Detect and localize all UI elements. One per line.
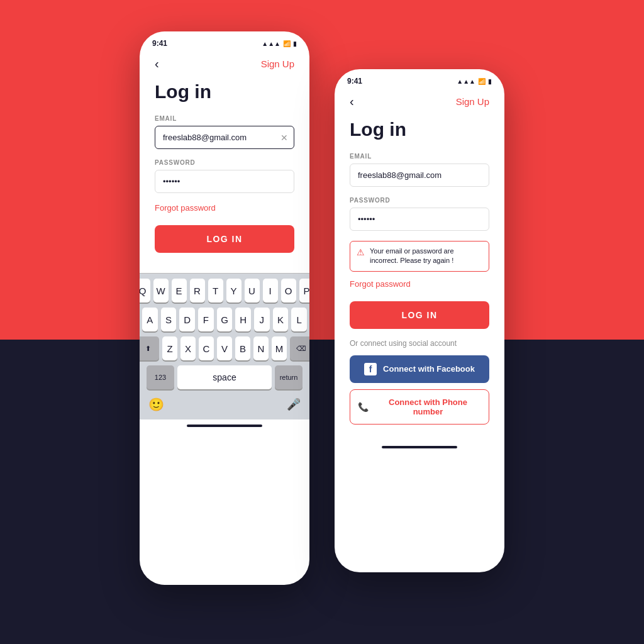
battery-icon-right: ▮ [488, 78, 492, 85]
signup-link-right[interactable]: Sign Up [456, 96, 489, 107]
password-input-wrapper-left [155, 170, 294, 193]
key-p[interactable]: P [299, 279, 310, 303]
error-message: Your email or password are incorrect. Pl… [370, 247, 482, 266]
key-l[interactable]: L [291, 308, 307, 331]
key-n[interactable]: N [253, 336, 269, 360]
nav-bar-right: ‹ Sign Up [350, 94, 489, 109]
mic-icon[interactable]: 🎤 [284, 395, 303, 414]
phone-btn-label: Connect with Phone number [375, 397, 481, 416]
key-g[interactable]: G [217, 308, 233, 331]
left-phone-content: ‹ Sign Up Log in EMAIL ✕ PASSWORD Forgot… [140, 52, 309, 273]
key-f[interactable]: F [198, 308, 214, 331]
wifi-icon-right: 📶 [478, 78, 486, 85]
key-y[interactable]: Y [226, 279, 242, 303]
email-label-left: EMAIL [155, 115, 294, 122]
key-s[interactable]: S [161, 308, 177, 331]
time-right: 9:41 [347, 77, 362, 86]
keyboard-row-1: Q W E R T Y U I O P [142, 279, 307, 303]
error-box: ⚠ Your email or password are incorrect. … [350, 241, 489, 272]
key-m[interactable]: M [272, 336, 287, 360]
home-indicator-right [382, 446, 457, 448]
key-t[interactable]: T [208, 279, 223, 303]
login-button-left[interactable]: LOG IN [155, 225, 294, 253]
key-c[interactable]: C [199, 336, 214, 360]
home-indicator-left [187, 425, 262, 427]
emoji-icon[interactable]: 🙂 [146, 394, 167, 414]
signal-icon: ▲▲▲ [262, 40, 280, 47]
password-input-right[interactable] [350, 208, 489, 231]
login-title-right: Log in [350, 119, 489, 140]
keyboard-row-3: ⬆ Z X C V B N M ⌫ [142, 336, 307, 360]
key-e[interactable]: E [172, 279, 187, 303]
nav-bar-left: ‹ Sign Up [155, 57, 294, 71]
key-a[interactable]: A [142, 308, 158, 331]
key-r[interactable]: R [190, 279, 205, 303]
key-u[interactable]: U [245, 279, 260, 303]
facebook-button[interactable]: f Connect with Facebook [350, 355, 489, 383]
key-return[interactable]: return [275, 365, 303, 389]
back-button-right[interactable]: ‹ [350, 94, 354, 109]
social-label: Or connect using social account [350, 339, 489, 348]
phone-number-button[interactable]: 📞 Connect with Phone number [350, 389, 489, 425]
key-space[interactable]: space [177, 365, 272, 389]
key-z[interactable]: Z [162, 336, 177, 360]
keyboard-row-bottom: 123 space return [142, 365, 307, 389]
status-bar-left: 9:41 ▲▲▲ 📶 ▮ [140, 31, 309, 52]
key-backspace[interactable]: ⌫ [290, 336, 309, 360]
signal-icon-right: ▲▲▲ [457, 78, 475, 85]
key-b[interactable]: B [235, 336, 250, 360]
key-v[interactable]: V [217, 336, 232, 360]
battery-icon: ▮ [293, 40, 297, 47]
left-phone: 9:41 ▲▲▲ 📶 ▮ ‹ Sign Up Log in EMAIL ✕ PA… [140, 31, 309, 585]
signup-link-left[interactable]: Sign Up [261, 58, 294, 69]
login-title-left: Log in [155, 81, 294, 103]
right-phone-content: ‹ Sign Up Log in EMAIL PASSWORD ⚠ Your e… [335, 89, 504, 441]
key-w[interactable]: W [153, 279, 169, 303]
password-input-wrapper-right [350, 208, 489, 231]
key-k[interactable]: K [273, 308, 289, 331]
status-bar-right: 9:41 ▲▲▲ 📶 ▮ [335, 69, 504, 89]
keyboard-row-2: A S D F G H J K L [142, 308, 307, 331]
key-d[interactable]: D [179, 308, 195, 331]
keyboard: Q W E R T Y U I O P A S D F G H J K L [140, 273, 309, 419]
email-label-right: EMAIL [350, 153, 489, 160]
key-123[interactable]: 123 [147, 365, 174, 389]
status-icons-left: ▲▲▲ 📶 ▮ [262, 40, 297, 47]
email-input-right[interactable] [350, 164, 489, 187]
back-button-left[interactable]: ‹ [155, 57, 159, 71]
right-phone: 9:41 ▲▲▲ 📶 ▮ ‹ Sign Up Log in EMAIL PASS… [335, 69, 504, 572]
password-input-left[interactable] [155, 170, 294, 193]
password-label-left: PASSWORD [155, 159, 294, 166]
email-input-wrapper-left: ✕ [155, 126, 294, 149]
key-i[interactable]: I [263, 279, 278, 303]
facebook-icon: f [364, 363, 377, 375]
email-input-wrapper-right [350, 164, 489, 187]
error-icon: ⚠ [357, 247, 365, 257]
clear-email-icon[interactable]: ✕ [280, 133, 288, 143]
forgot-password-right[interactable]: Forgot password [350, 279, 489, 289]
keyboard-bottom-row: 🙂 🎤 [142, 394, 307, 417]
key-x[interactable]: X [180, 336, 196, 360]
wifi-icon: 📶 [283, 40, 291, 47]
login-button-right[interactable]: LOG IN [350, 301, 489, 329]
key-o[interactable]: O [281, 279, 296, 303]
key-h[interactable]: H [235, 308, 251, 331]
status-icons-right: ▲▲▲ 📶 ▮ [457, 78, 492, 85]
password-label-right: PASSWORD [350, 197, 489, 204]
phone-icon: 📞 [358, 402, 369, 412]
forgot-password-left[interactable]: Forgot password [155, 203, 294, 213]
key-q[interactable]: Q [140, 279, 150, 303]
email-input-left[interactable] [155, 126, 294, 149]
time-left: 9:41 [152, 39, 167, 48]
key-j[interactable]: J [254, 308, 270, 331]
key-shift[interactable]: ⬆ [140, 336, 159, 360]
facebook-btn-label: Connect with Facebook [383, 364, 475, 374]
